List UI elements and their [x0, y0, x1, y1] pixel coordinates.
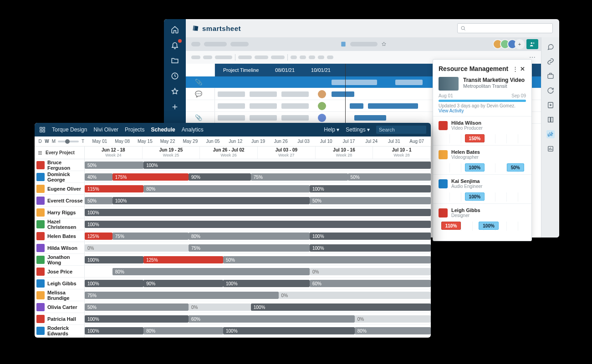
breadcrumb-torque-design[interactable]: Torque Design [52, 126, 87, 133]
allocation-bar[interactable]: 100% [310, 185, 431, 192]
schedule-row[interactable]: Sarah Godwin [35, 337, 431, 338]
person-cell[interactable]: Sarah Godwin [35, 337, 85, 338]
rm-view-activity[interactable]: View Activity [433, 108, 531, 116]
app-icon[interactable] [39, 126, 46, 133]
resource-icon[interactable] [546, 130, 555, 138]
person-cell[interactable]: Melissa Brundige [35, 289, 85, 301]
zoom-control[interactable]: D W M T [37, 139, 86, 144]
schedule-row[interactable]: Hazel Christensen100% [35, 218, 431, 230]
rm-project[interactable]: Transit Marketing Video Metropolitan Tra… [433, 75, 531, 93]
briefcase-icon[interactable] [546, 72, 555, 80]
person-cell[interactable]: Helen Bates [35, 230, 85, 242]
toolbar-item[interactable] [191, 56, 200, 59]
allocation-bar[interactable]: 75% [85, 292, 279, 299]
tab-placeholder[interactable] [191, 42, 200, 46]
link-icon[interactable] [546, 57, 555, 66]
clock-icon[interactable] [171, 72, 179, 80]
schedule-row[interactable]: Everett Crosse50%100%50% [35, 195, 431, 207]
breadcrumb-projects[interactable]: Projects [125, 126, 144, 133]
rm-person[interactable]: Leigh GibbsDesigner110%100% [433, 203, 531, 233]
bell-icon[interactable] [171, 41, 179, 49]
rm-person[interactable]: Hilda WilsonVideo Producer150% [433, 116, 531, 145]
close-icon[interactable]: ✕ [519, 66, 526, 72]
allocation-bar[interactable]: 0% [355, 315, 431, 323]
schedule-row[interactable]: Melissa Brundige75%0% [35, 289, 431, 301]
breadcrumb-schedule[interactable]: Schedule [151, 126, 175, 133]
allocation-bar[interactable]: 90% [189, 173, 251, 181]
star-icon[interactable] [171, 87, 179, 96]
allocation-bar[interactable]: 0% [189, 303, 251, 311]
allocation-bar[interactable]: 80% [143, 327, 223, 334]
allocation-bar[interactable]: 100% [223, 280, 310, 287]
rm-person[interactable]: Kai SenjimaAudio Engineer100% [433, 174, 531, 203]
chart-icon[interactable] [546, 145, 555, 153]
person-cell[interactable]: Dominick George [35, 171, 85, 182]
schedule-row[interactable]: Bruce Ferguson50%100% [35, 159, 431, 171]
star-outline-icon[interactable] [381, 41, 387, 47]
allocation-bar[interactable]: 100% [251, 303, 431, 311]
allocation-bar[interactable]: 50% [85, 197, 112, 204]
allocation-bar[interactable]: 100% [85, 221, 431, 228]
allocation-bar[interactable]: 50% [223, 256, 431, 263]
toolbar-item[interactable] [309, 56, 315, 59]
toolbar-item[interactable] [300, 56, 306, 59]
schedule-row[interactable]: Eugene Oliver115%80%100% [35, 183, 431, 195]
person-cell[interactable]: Leigh Gibbs [35, 278, 85, 289]
person-cell[interactable]: Harry Riggs [35, 207, 85, 218]
toolbar-item[interactable] [215, 56, 232, 59]
rm-person[interactable]: Helen BatesVideographer100%50% [433, 145, 531, 174]
allocation-bar[interactable]: 100% [85, 209, 431, 216]
schedule-row[interactable]: Leigh Gibbs100%90%100%60% [35, 278, 431, 289]
toolbar-item[interactable] [327, 56, 333, 59]
allocation-bar[interactable]: 60% [189, 315, 355, 323]
settings-menu[interactable]: Settings ▾ [346, 126, 370, 133]
schedule-search[interactable]: Search [376, 126, 426, 134]
schedule-row[interactable]: Hilda Wilson0%75%100% [35, 242, 431, 254]
person-cell[interactable]: Hilda Wilson [35, 242, 85, 253]
smartsheet-search[interactable] [457, 23, 553, 33]
allocation-bar[interactable]: 100% [85, 256, 143, 263]
person-cell[interactable]: Roderick Edwards [35, 325, 85, 336]
person-cell[interactable]: Bruce Ferguson [35, 159, 85, 171]
allocation-bar[interactable]: 50% [310, 197, 431, 204]
person-cell[interactable]: Jonathon Wong [35, 254, 85, 265]
toolbar-item[interactable] [291, 56, 297, 59]
breadcrumb-analytics[interactable]: Analytics [182, 126, 204, 133]
person-cell[interactable]: Jose Price [35, 266, 85, 277]
comment-icon[interactable] [546, 43, 555, 51]
every-project[interactable]: Every Project [35, 147, 85, 159]
allocation-bar[interactable]: 40% [85, 173, 112, 181]
allocation-bar[interactable]: 100% [112, 197, 310, 204]
download-icon[interactable] [546, 101, 555, 109]
allocation-bar[interactable]: 100% [85, 280, 143, 287]
allocation-bar[interactable]: 80% [189, 233, 310, 240]
allocation-bar[interactable]: 60% [310, 280, 431, 287]
allocation-bar[interactable]: 75% [251, 173, 348, 181]
plus-icon[interactable] [171, 103, 179, 111]
person-cell[interactable]: Hazel Christensen [35, 218, 85, 230]
home-icon[interactable] [171, 25, 179, 34]
allocation-bar[interactable]: 75% [112, 233, 189, 240]
allocation-bar[interactable]: 0% [279, 292, 431, 299]
schedule-row[interactable]: Patricia Hall100%60%0% [35, 313, 431, 325]
allocation-bar[interactable]: 90% [143, 280, 223, 287]
breadcrumb-nivi-oliver[interactable]: Nivi Oliver [93, 126, 118, 133]
allocation-bar[interactable]: 80% [143, 185, 310, 192]
schedule-row[interactable]: Harry Riggs100% [35, 207, 431, 218]
allocation-bar[interactable]: 0% [85, 244, 189, 252]
allocation-bar[interactable]: 100% [223, 327, 355, 334]
tab-placeholder[interactable] [204, 42, 227, 46]
allocation-bar[interactable]: 100% [85, 327, 143, 334]
toolbar-item[interactable] [238, 56, 252, 59]
refresh-icon[interactable] [546, 86, 555, 95]
allocation-bar[interactable]: 115% [85, 185, 143, 192]
schedule-row[interactable]: Jonathon Wong100%125%50% [35, 254, 431, 266]
person-cell[interactable]: Olivia Carter [35, 301, 85, 313]
toolbar-item[interactable] [255, 56, 268, 59]
allocation-bar[interactable]: 100% [310, 233, 431, 240]
toolbar-item[interactable] [318, 56, 324, 59]
toolbar-item[interactable] [203, 56, 212, 59]
person-cell[interactable]: Patricia Hall [35, 313, 85, 324]
person-cell[interactable]: Everett Crosse [35, 195, 85, 206]
share-button[interactable] [526, 39, 538, 49]
